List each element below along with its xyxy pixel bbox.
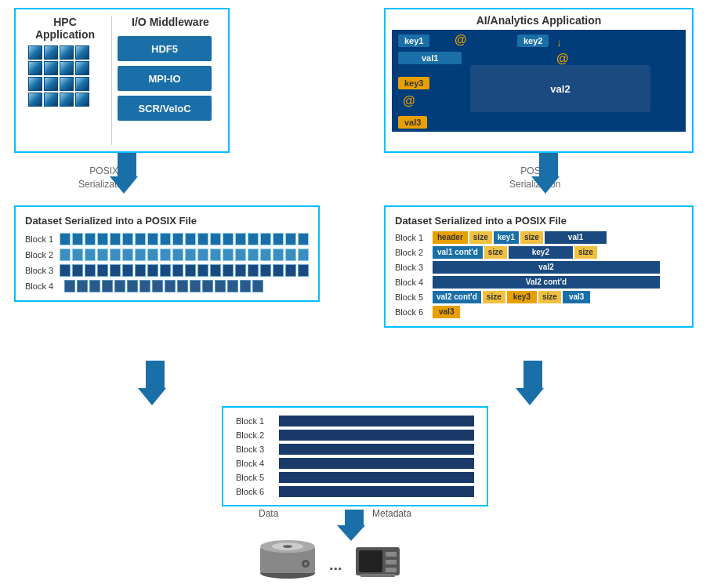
- arrow-hpc-down: [115, 153, 138, 194]
- serial-right-block3: Block 3 val2: [395, 261, 683, 274]
- storage-block2: Block 2: [236, 430, 474, 441]
- b3-val2: val2: [433, 261, 660, 274]
- disk-area: ...: [259, 537, 401, 580]
- svg-rect-10: [386, 560, 397, 564]
- block3-label-left: Block 3: [25, 266, 60, 275]
- block1-segments-left: [60, 233, 309, 245]
- b2-key2: key2: [509, 246, 573, 259]
- ai-analytics-box: AI/Analytics Application key1 @ key2 @ v…: [384, 8, 694, 153]
- storage-block1: Block 1: [236, 416, 474, 426]
- storage-block5: Block 5: [236, 472, 474, 483]
- ai-inner: key1 @ key2 @ val1 ↓ key3 @ val2 val3: [392, 30, 686, 132]
- storage-block4: Block 4: [236, 458, 474, 469]
- arrow-ai-down: [537, 153, 560, 194]
- arrow-serial-right-down: [521, 361, 544, 405]
- serial-left-box: Dataset Serialized into a POSIX File Blo…: [14, 205, 320, 302]
- cube-grid: [28, 45, 108, 107]
- b2-size1: size: [484, 246, 507, 259]
- serial-right-block4: Block 4 Val2 cont'd: [395, 276, 683, 289]
- b2-val1contd: val1 cont'd: [433, 246, 483, 259]
- storage-block6: Block 6: [236, 486, 474, 497]
- block3-segments-left: [60, 264, 309, 277]
- hpc-section: HPCApplication: [22, 16, 108, 107]
- svg-rect-9: [386, 552, 397, 557]
- hdf5-btn: HDF5: [118, 36, 212, 61]
- svg-rect-8: [359, 550, 382, 572]
- ai-title: AI/Analytics Application: [386, 9, 692, 27]
- svg-rect-12: [360, 574, 395, 577]
- serial-right-box: Dataset Serialized into a POSIX File Blo…: [384, 205, 694, 328]
- b5-size2: size: [538, 291, 561, 303]
- b5-key3: key3: [507, 291, 537, 303]
- diagram: HPCApplication: [0, 0, 710, 588]
- val3-tag: val3: [398, 116, 427, 129]
- svg-point-4: [283, 545, 292, 548]
- b5-size1: size: [483, 291, 505, 303]
- serial-left-block2: Block 2: [25, 249, 309, 261]
- b5-val2contd: val2 cont'd: [433, 291, 481, 303]
- hpc-io-box: HPCApplication: [14, 8, 230, 153]
- b2-size2: size: [574, 246, 597, 259]
- hdd-icon: [259, 537, 317, 580]
- serial-left-block1: Block 1: [25, 233, 309, 245]
- b6-val3: val3: [433, 306, 460, 318]
- b1-size2: size: [520, 231, 543, 244]
- ssd-icon: [354, 543, 401, 580]
- b1-header: header: [433, 231, 468, 244]
- val1-tag: val1: [398, 52, 462, 64]
- serial-right-title: Dataset Serialized into a POSIX File: [395, 215, 683, 227]
- serial-right-block6: Block 6 val3: [395, 306, 683, 318]
- b1-size1: size: [469, 231, 492, 244]
- serial-right-block2: Block 2 val1 cont'd size key2 size: [395, 246, 683, 259]
- b1-key1: key1: [494, 231, 519, 244]
- dots-label: ...: [329, 556, 342, 580]
- io-title: I/O Middleware: [118, 16, 223, 28]
- b5-val3: val3: [563, 291, 590, 303]
- serial-left-title: Dataset Serialized into a POSIX File: [25, 215, 309, 227]
- serial-right-block5: Block 5 val2 cont'd size key3 size val3: [395, 291, 683, 303]
- block4-segments-left: [64, 280, 263, 292]
- svg-point-6: [304, 562, 307, 565]
- arrow-serial-left-down: [143, 361, 166, 405]
- storage-block3: Block 3: [236, 444, 474, 455]
- storage-box: Block 1 Block 2 Block 3 Block 4 Block 5 …: [222, 406, 488, 506]
- at1: @: [455, 33, 467, 47]
- val2-tag: val2: [470, 65, 650, 112]
- key3-tag: key3: [398, 77, 429, 89]
- serial-left-block3: Block 3: [25, 264, 309, 277]
- b4-val2contd: Val2 cont'd: [433, 276, 660, 289]
- serial-left-block4: Block 4: [25, 280, 309, 292]
- key2-tag: key2: [517, 34, 549, 47]
- block2-segments-left: [60, 249, 309, 261]
- block2-label-left: Block 2: [25, 250, 60, 260]
- io-middleware-section: I/O Middleware HDF5 MPI-IO SCR/VeloC: [118, 16, 223, 121]
- key1-tag: key1: [398, 34, 429, 47]
- block1-label-left: Block 1: [25, 234, 60, 244]
- serial-right-block1: Block 1 header size key1 size val1: [395, 231, 683, 244]
- hpc-title: HPCApplication: [22, 16, 108, 41]
- svg-rect-11: [386, 568, 397, 572]
- metadata-label: Metadata: [372, 508, 411, 519]
- b1-val1: val1: [545, 231, 607, 244]
- scr-veloc-btn: SCR/VeloC: [118, 96, 212, 121]
- data-label: Data: [259, 508, 278, 519]
- at2: @: [556, 52, 569, 66]
- at3: @: [403, 94, 415, 108]
- arrow-storage-down: [342, 510, 365, 541]
- mpi-io-btn: MPI-IO: [118, 66, 212, 91]
- arrow-to-val2: ↓: [556, 36, 562, 49]
- block4-label-left: Block 4: [25, 281, 64, 291]
